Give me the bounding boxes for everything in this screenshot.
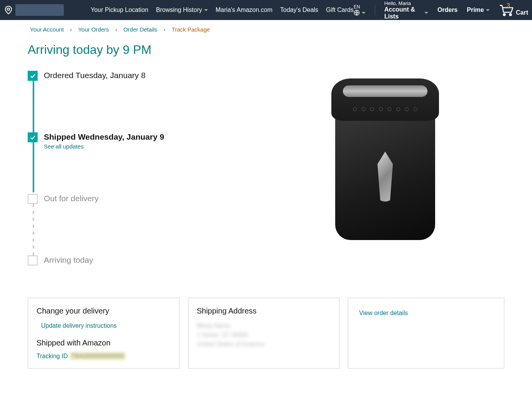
order-details-card: View order details (348, 298, 504, 369)
tracking-id-row[interactable]: Tracking ID TBA000000000000 (37, 353, 171, 360)
chevron-down-icon (204, 9, 208, 11)
breadcrumb-orders[interactable]: Your Orders (78, 26, 109, 33)
nav-links: Your Pickup Location Browsing History Ma… (91, 7, 354, 13)
info-cards: Change your delivery Update delivery ins… (28, 298, 504, 369)
nav-orders[interactable]: Orders (437, 7, 457, 13)
breadcrumb-separator: › (70, 26, 72, 33)
top-nav: Your Pickup Location Browsing History Ma… (0, 0, 532, 20)
cart-label: Cart (516, 9, 528, 16)
change-delivery-title: Change your delivery (37, 307, 171, 315)
nav-browsing-history[interactable]: Browsing History (156, 7, 208, 13)
nav-todays-deals[interactable]: Today's Deals (280, 7, 318, 13)
breadcrumb: Your Account › Your Orders › Order Detai… (0, 20, 532, 39)
tracking-id-value: TBA000000000000 (70, 352, 126, 360)
tracking-id-label: Tracking ID (37, 353, 68, 359)
location-box (15, 4, 64, 16)
empty-checkbox-icon (28, 255, 38, 265)
cart-count: 3 (507, 2, 510, 9)
location-selector[interactable] (4, 4, 64, 16)
breadcrumb-order-details[interactable]: Order Details (123, 26, 157, 33)
nav-prime[interactable]: Prime (467, 7, 490, 13)
breadcrumb-separator: › (115, 26, 117, 33)
main-content: Arriving today by 9 PM Ordered Tuesday, … (0, 39, 532, 384)
check-icon (28, 71, 38, 81)
timeline-connector (33, 142, 34, 192)
step-out-label: Out for delivery (44, 194, 98, 203)
empty-checkbox-icon (28, 194, 38, 204)
nav-gift-cards[interactable]: Gift Cards (326, 7, 354, 13)
cart-button[interactable]: 3 Cart (499, 4, 528, 16)
breadcrumb-account[interactable]: Your Account (30, 26, 64, 33)
step-ordered-label: Ordered Tuesday, January 8 (44, 71, 146, 80)
step-arriving-label: Arriving today (44, 255, 93, 265)
divider (375, 5, 375, 15)
account-menu[interactable]: Hello, Maria Account & Lists (384, 0, 428, 20)
svg-point-3 (509, 14, 511, 16)
timeline-connector (33, 81, 34, 132)
shipping-address-title: Shipping Address (197, 307, 331, 315)
address-line: 1 Street, ST 00000 (197, 332, 331, 339)
language-selector[interactable]: EN (354, 4, 366, 16)
product-image-area (266, 71, 504, 267)
breadcrumb-separator: › (163, 26, 165, 33)
nav-user-store[interactable]: Maria's Amazon.com (216, 7, 273, 13)
address-line: United States of America (197, 341, 331, 348)
address-line: Maria Name (197, 322, 331, 329)
tracking-timeline: Ordered Tuesday, January 8 Shipped Wedne… (28, 71, 243, 267)
product-image[interactable] (320, 71, 451, 244)
view-order-details-link[interactable]: View order details (359, 310, 493, 317)
language-code: EN (354, 4, 360, 10)
location-pin-icon (4, 5, 13, 15)
shipping-address-card: Shipping Address Maria Name 1 Street, ST… (188, 298, 340, 369)
step-shipped: Shipped Wednesday, January 9 See all upd… (28, 132, 243, 194)
svg-point-0 (7, 8, 10, 10)
step-ordered: Ordered Tuesday, January 8 (28, 71, 243, 132)
timeline-connector (33, 204, 34, 255)
chevron-down-icon (362, 12, 366, 14)
step-out-for-delivery: Out for delivery (28, 194, 243, 255)
delivery-headline: Arriving today by 9 PM (28, 43, 504, 57)
step-shipped-label: Shipped Wednesday, January 9 (44, 132, 164, 142)
update-delivery-instructions-link[interactable]: Update delivery instructions (41, 322, 171, 329)
globe-icon (354, 10, 360, 16)
chevron-down-icon (486, 9, 490, 11)
see-all-updates-link[interactable]: See all updates (44, 143, 164, 150)
chevron-down-icon (424, 12, 428, 14)
greeting: Hello, Maria (384, 0, 428, 6)
svg-point-2 (503, 14, 505, 16)
check-icon (28, 132, 38, 142)
nav-right: EN Hello, Maria Account & Lists Orders P… (354, 0, 528, 20)
shipped-with-title: Shipped with Amazon (37, 339, 171, 347)
nav-pickup[interactable]: Your Pickup Location (91, 7, 148, 13)
breadcrumb-current: Track Package (172, 26, 210, 33)
change-delivery-card: Change your delivery Update delivery ins… (28, 298, 180, 369)
step-arriving: Arriving today (28, 255, 243, 267)
